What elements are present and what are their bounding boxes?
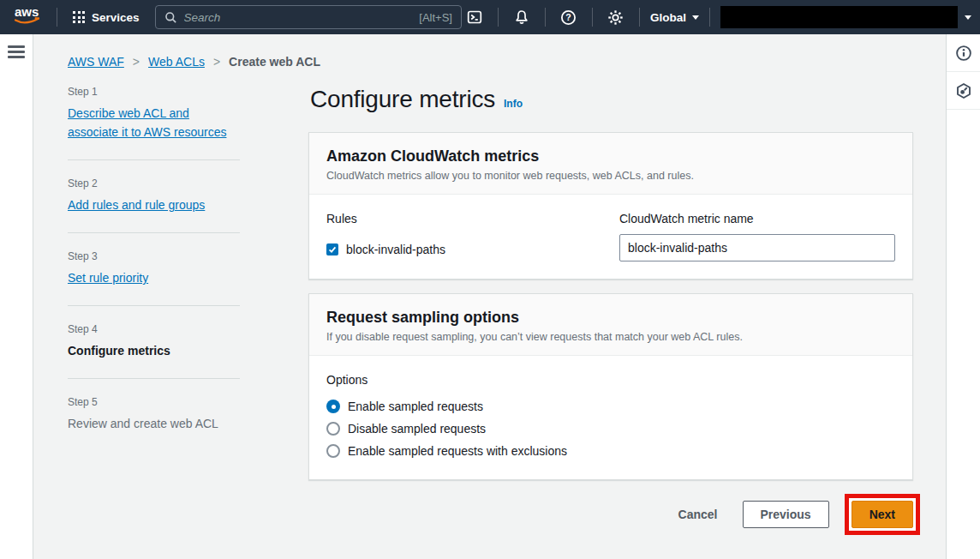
divider (68, 305, 240, 306)
radio-row-enable-sampled: Enable sampled requests (326, 395, 895, 418)
wizard-layout: Step 1 Describe web ACL and associate it… (68, 86, 946, 535)
breadcrumb-current: Create web ACL (229, 55, 320, 69)
svg-text:?: ? (566, 12, 572, 22)
info-panel-button[interactable] (947, 34, 980, 72)
request-sampling-card: Request sampling options If you disable … (308, 293, 913, 480)
sampling-card-header: Request sampling options If you disable … (309, 294, 912, 356)
radio-enable-sampled[interactable] (326, 400, 340, 413)
cloudwatch-card-body: Rules block-invalid-paths (309, 195, 912, 279)
annotation-highlight-box: Next (845, 494, 920, 535)
tools-panel-button[interactable] (947, 72, 980, 110)
rules-column: Rules block-invalid-paths (326, 212, 602, 261)
metric-name-input[interactable] (619, 234, 895, 261)
cloudwatch-metrics-card: Amazon CloudWatch metrics CloudWatch met… (308, 132, 913, 280)
chevron-down-icon (692, 15, 699, 20)
info-link[interactable]: Info (504, 98, 523, 110)
metric-name-label: CloudWatch metric name (619, 212, 895, 225)
region-label: Global (650, 11, 686, 24)
divider (68, 378, 240, 379)
services-grid-icon (73, 11, 85, 23)
previous-button[interactable]: Previous (743, 501, 829, 528)
search-input[interactable] (184, 11, 413, 24)
breadcrumb-separator-icon: > (213, 55, 220, 69)
divider (498, 8, 499, 27)
step-3-link[interactable]: Set rule priority (68, 268, 240, 287)
gear-icon (607, 9, 624, 26)
step-5-label: Review and create web ACL (68, 414, 240, 433)
bell-icon (514, 9, 529, 25)
divider (545, 8, 546, 27)
cloudwatch-card-title: Amazon CloudWatch metrics (326, 147, 895, 165)
page-title-row: Configure metrics Info (308, 86, 913, 113)
divider (709, 8, 710, 27)
left-navigation-rail (0, 34, 33, 559)
step-2-link[interactable]: Add rules and rule groups (68, 195, 240, 214)
aws-logo[interactable]: aws (10, 4, 46, 30)
page-title: Configure metrics (310, 86, 495, 113)
sampling-card-description: If you disable request sampling, you can… (326, 331, 895, 343)
checkmark-icon (328, 245, 337, 254)
cloudshell-terminal-icon (467, 9, 482, 25)
region-selector[interactable]: Global (650, 11, 699, 24)
wizard-step-1: Step 1 Describe web ACL and associate it… (68, 86, 240, 141)
step-number: Step 2 (68, 177, 240, 189)
breadcrumb: AWS WAF > Web ACLs > Create web ACL (68, 55, 946, 69)
search-icon (164, 11, 177, 24)
sampling-card-body: Options Enable sampled requests Disable … (309, 356, 912, 479)
right-tools-rail (946, 34, 980, 559)
rule-checkbox-row: block-invalid-paths (326, 243, 602, 256)
main-content: AWS WAF > Web ACLs > Create web ACL Step… (33, 34, 946, 559)
aws-logo-icon: aws (10, 4, 46, 27)
radio-disable-sampled[interactable] (326, 422, 340, 436)
info-icon (955, 45, 972, 62)
wizard-step-5: Step 5 Review and create web ACL (68, 396, 240, 433)
divider (592, 8, 593, 27)
step-number: Step 5 (68, 396, 240, 408)
next-button[interactable]: Next (852, 501, 913, 528)
options-label: Options (326, 373, 895, 387)
wizard-step-2: Step 2 Add rules and rule groups (68, 177, 240, 214)
cloudshell-button[interactable] (462, 0, 487, 34)
wizard-step-4-current: Step 4 Configure metrics (68, 323, 240, 360)
wizard-footer-actions: Cancel Previous Next (308, 494, 913, 535)
settings-button[interactable] (603, 0, 629, 34)
wizard-content: Configure metrics Info Amazon CloudWatch… (308, 86, 913, 535)
cloudwatch-card-description: CloudWatch metrics allow you to monitor … (326, 170, 895, 182)
divider (68, 232, 240, 233)
step-number: Step 4 (68, 323, 240, 335)
top-navigation-bar: aws Services [Alt+S] (0, 0, 980, 34)
breadcrumb-separator-icon: > (133, 55, 140, 69)
step-4-current-label: Configure metrics (68, 341, 240, 360)
search-shortcut-hint: [Alt+S] (419, 11, 452, 24)
services-menu-button[interactable]: Services (68, 0, 145, 34)
breadcrumb-aws-waf[interactable]: AWS WAF (68, 55, 124, 69)
cloudwatch-card-header: Amazon CloudWatch metrics CloudWatch met… (309, 133, 912, 195)
radio-row-enable-with-exclusions: Enable sampled requests with exclusions (326, 440, 895, 462)
step-number: Step 1 (68, 86, 240, 98)
notifications-button[interactable] (509, 0, 535, 34)
global-search[interactable]: [Alt+S] (155, 5, 462, 29)
divider (639, 8, 640, 27)
divider (57, 8, 57, 27)
rule-checkbox[interactable] (326, 243, 338, 255)
help-button[interactable]: ? (556, 0, 582, 34)
hexagon-panel-icon (955, 82, 972, 99)
cancel-button[interactable]: Cancel (678, 508, 718, 521)
wizard-step-3: Step 3 Set rule priority (68, 250, 240, 287)
metric-name-column: CloudWatch metric name (619, 212, 895, 261)
radio-label: Disable sampled requests (348, 422, 486, 436)
breadcrumb-web-acls[interactable]: Web ACLs (148, 55, 205, 69)
hamburger-menu-icon[interactable] (8, 45, 25, 61)
rule-checkbox-label: block-invalid-paths (346, 243, 445, 256)
step-number: Step 3 (68, 250, 240, 262)
chevron-down-icon (965, 15, 971, 20)
divider (68, 159, 240, 160)
wizard-steps-nav: Step 1 Describe web ACL and associate it… (68, 86, 240, 535)
question-mark-icon: ? (560, 9, 577, 26)
app-frame: AWS WAF > Web ACLs > Create web ACL Step… (0, 34, 980, 559)
radio-enable-with-exclusions[interactable] (326, 444, 340, 458)
account-menu-button[interactable] (720, 6, 971, 28)
radio-row-disable-sampled: Disable sampled requests (326, 418, 895, 440)
step-1-link[interactable]: Describe web ACL and associate it to AWS… (68, 104, 240, 141)
account-name-redacted (720, 6, 958, 28)
